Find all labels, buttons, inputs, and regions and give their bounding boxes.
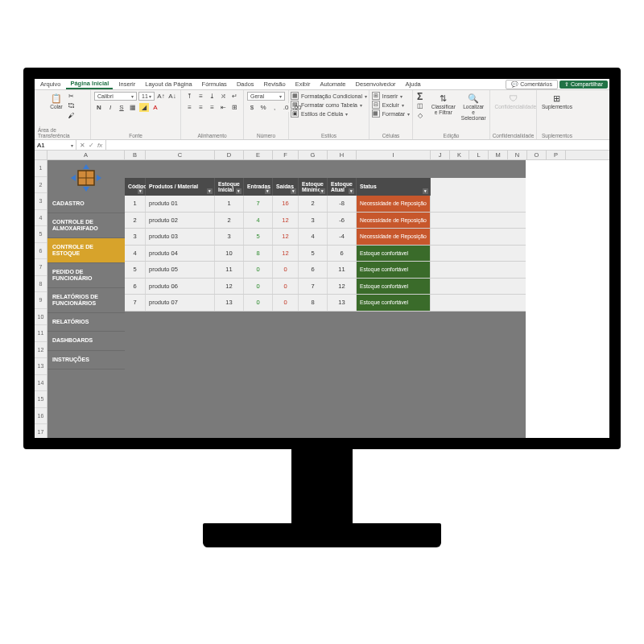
sidebar-item[interactable]: CONTROLE DE ALMOXARIFADO <box>47 213 125 238</box>
align-middle-icon[interactable]: ≡ <box>196 92 206 101</box>
formula-input[interactable] <box>106 140 609 150</box>
cell-est-min[interactable]: 6 <box>299 262 328 278</box>
row-header[interactable]: 1 <box>35 160 47 177</box>
cell-saidas[interactable]: 12 <box>273 246 299 262</box>
col-B[interactable]: B <box>125 151 146 159</box>
cell-est-ini[interactable]: 13 <box>215 295 244 311</box>
cell-entradas[interactable]: 5 <box>244 229 273 245</box>
cell-entradas[interactable]: 7 <box>244 196 273 212</box>
row-header[interactable]: 17 <box>35 424 47 438</box>
italic-icon[interactable]: I <box>105 103 115 112</box>
border-icon[interactable]: ▦ <box>128 103 138 112</box>
cell-saidas[interactable]: 12 <box>273 213 299 229</box>
cell-status[interactable]: Estoque confortável <box>357 246 431 262</box>
th-status[interactable]: Status▾ <box>357 178 431 196</box>
tab-pagina-inicial[interactable]: Página Inicial <box>66 79 113 89</box>
col-F[interactable]: F <box>273 151 299 159</box>
fx-cancel-icon[interactable]: ✕ <box>80 142 85 149</box>
col-K[interactable]: K <box>450 151 469 159</box>
cell-status[interactable]: Necessidade de Reposição <box>357 213 431 229</box>
cell-produto[interactable]: produto 05 <box>146 262 215 278</box>
th-est-atual[interactable]: Estoque Atual▾ <box>328 178 357 196</box>
row-header[interactable]: 9 <box>35 292 47 309</box>
cell-est-ini[interactable]: 11 <box>215 262 244 278</box>
cell-codigo[interactable]: 3 <box>125 229 146 245</box>
cell-codigo[interactable]: 2 <box>125 213 146 229</box>
grid[interactable]: CADASTROCONTROLE DE ALMOXARIFADOCONTROLE… <box>47 160 609 438</box>
align-right-icon[interactable]: ≡ <box>208 103 217 112</box>
cell-codigo[interactable]: 4 <box>125 246 146 262</box>
filter-dropdown-icon[interactable]: ▾ <box>207 188 213 194</box>
orientation-icon[interactable]: ⤭ <box>219 92 229 101</box>
cell-produto[interactable]: produto 04 <box>146 246 215 262</box>
filter-dropdown-icon[interactable]: ▾ <box>423 188 428 194</box>
delete-cells-button[interactable]: ⊟Excluir ▾ <box>372 101 410 109</box>
cell-entradas[interactable]: 8 <box>244 246 273 262</box>
align-left-icon[interactable]: ≡ <box>185 103 195 112</box>
align-center-icon[interactable]: ≡ <box>196 103 206 112</box>
tab-arquivo[interactable]: Arquivo <box>36 80 64 89</box>
cell-est-min[interactable]: 8 <box>299 295 328 311</box>
cell-est-min[interactable]: 7 <box>299 279 328 295</box>
format-painter-icon[interactable]: 🖌 <box>67 111 76 120</box>
th-entradas[interactable]: Entradas▾ <box>244 178 273 196</box>
sidebar-item[interactable]: CONTROLE DE ESTOQUE <box>47 238 125 263</box>
font-name-select[interactable]: Calibri▾ <box>94 92 137 101</box>
cell-est-atual[interactable]: 12 <box>328 279 357 295</box>
table-row[interactable]: 2produto 0224123-6Necessidade de Reposiç… <box>125 213 526 229</box>
tab-inserir[interactable]: Inserir <box>114 80 139 89</box>
cell-status[interactable]: Necessidade de Reposição <box>357 229 431 245</box>
comments-button[interactable]: 💬 Comentários <box>506 80 558 89</box>
tab-desenvolvedor[interactable]: Desenvolvedor <box>352 80 400 89</box>
table-row[interactable]: 6produto 061200712Estoque confortável <box>125 279 526 295</box>
bold-icon[interactable]: N <box>94 103 104 112</box>
cell-saidas[interactable]: 0 <box>273 262 299 278</box>
cell-codigo[interactable]: 1 <box>125 196 146 212</box>
tab-formulas[interactable]: Fórmulas <box>198 80 231 89</box>
underline-icon[interactable]: S <box>117 103 126 112</box>
row-header[interactable]: 7 <box>35 259 47 276</box>
currency-icon[interactable]: $ <box>247 103 257 112</box>
cell-entradas[interactable]: 0 <box>244 295 273 311</box>
share-button[interactable]: ⇪ Compartilhar <box>559 80 608 89</box>
decrease-indent-icon[interactable]: ⇤ <box>219 103 229 112</box>
autosum-icon[interactable]: Σ <box>415 92 425 101</box>
tab-dados[interactable]: Dados <box>233 80 258 89</box>
align-bottom-icon[interactable]: ⤓ <box>208 92 217 101</box>
table-row[interactable]: 7produto 071300813Estoque confortável <box>125 295 526 312</box>
cell-saidas[interactable]: 0 <box>273 279 299 295</box>
table-row[interactable]: 5produto 051100611Estoque confortável <box>125 262 526 279</box>
cell-est-min[interactable]: 3 <box>299 213 328 229</box>
cell-est-ini[interactable]: 12 <box>215 279 244 295</box>
format-as-table-button[interactable]: ▤Formatar como Tabela ▾ <box>291 101 367 109</box>
th-est-ini[interactable]: Estoque Inicial▾ <box>215 178 244 196</box>
name-box[interactable]: A1▾ <box>35 140 76 150</box>
merge-icon[interactable]: ⊞ <box>230 103 240 112</box>
col-H[interactable]: H <box>328 151 357 159</box>
cut-icon[interactable]: ✂ <box>67 92 76 101</box>
tab-layout[interactable]: Layout da Página <box>141 80 196 89</box>
col-L[interactable]: L <box>469 151 489 159</box>
cell-codigo[interactable]: 5 <box>125 262 146 278</box>
clear-icon[interactable]: ◇ <box>415 111 425 120</box>
col-D[interactable]: D <box>215 151 244 159</box>
filter-dropdown-icon[interactable]: ▾ <box>236 188 242 194</box>
tab-automate[interactable]: Automate <box>316 80 349 89</box>
row-header[interactable]: 3 <box>35 193 47 210</box>
cell-est-atual[interactable]: 11 <box>328 262 357 278</box>
col-N[interactable]: N <box>508 151 527 159</box>
cell-produto[interactable]: produto 03 <box>146 229 215 245</box>
col-M[interactable]: M <box>489 151 508 159</box>
table-row[interactable]: 4produto 041081256Estoque confortável <box>125 246 526 262</box>
increase-font-icon[interactable]: A↑ <box>156 92 166 101</box>
sidebar-item[interactable]: RELATÓRIOS <box>47 313 125 332</box>
row-header[interactable]: 14 <box>35 375 47 392</box>
insert-cells-button[interactable]: ⊞Inserir ▾ <box>372 92 410 100</box>
percent-icon[interactable]: % <box>258 103 268 112</box>
cell-est-atual[interactable]: -6 <box>328 213 357 229</box>
row-header[interactable]: 5 <box>35 226 47 243</box>
cell-styles-button[interactable]: ▣Estilos de Célula ▾ <box>291 109 367 118</box>
tab-revisao[interactable]: Revisão <box>260 80 290 89</box>
cell-produto[interactable]: produto 01 <box>146 196 215 212</box>
sidebar-item[interactable]: PEDIDO DE FUNCIONÁRIO <box>47 263 125 288</box>
